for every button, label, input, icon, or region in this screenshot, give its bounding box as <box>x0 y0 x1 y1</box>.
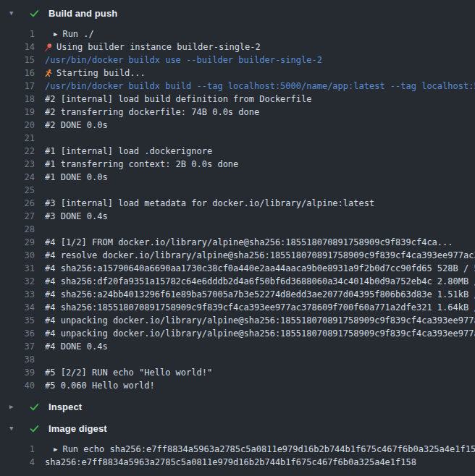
line-content: #2 DONE 0.0s <box>45 119 108 132</box>
section-header-image-digest[interactable]: ▼Image digest <box>0 417 475 439</box>
chevron-right-icon: ▶ <box>9 404 20 410</box>
line-text: /usr/bin/docker buildx use --builder bui… <box>45 54 322 67</box>
log-line: 17/usr/bin/docker buildx build --tag loc… <box>0 80 475 93</box>
line-text: #3 DONE 0.4s <box>45 210 108 223</box>
line-text: #4 sha256:a24bb4013296f61e89ba57005a7b3e… <box>45 288 475 301</box>
line-number[interactable]: 23 <box>0 158 35 171</box>
line-content: #1 [internal] load .dockerignore <box>45 145 212 158</box>
line-content: /usr/bin/docker buildx use --builder bui… <box>45 54 322 67</box>
line-number[interactable]: 16 <box>0 67 35 80</box>
log-line: 28 <box>0 223 475 236</box>
line-number[interactable]: 1 <box>0 443 35 456</box>
section-header-build-and-push[interactable]: ▼Build and push <box>0 2 475 24</box>
expand-command-icon[interactable]: ▶ <box>54 443 57 456</box>
line-text: #4 unpacking docker.io/library/alpine@sh… <box>45 327 475 340</box>
log-line: 30#4 resolve docker.io/library/alpine@sh… <box>0 249 475 262</box>
line-number[interactable]: 33 <box>0 288 35 301</box>
line-number[interactable]: 34 <box>0 301 35 314</box>
line-text: #4 unpacking docker.io/library/alpine@sh… <box>45 314 475 327</box>
line-content: /usr/bin/docker buildx build --tag local… <box>45 80 475 93</box>
line-number[interactable]: 35 <box>0 314 35 327</box>
line-number[interactable]: 27 <box>0 210 35 223</box>
line-number[interactable]: 39 <box>0 366 35 379</box>
line-number[interactable]: 19 <box>0 106 35 119</box>
line-text: Using builder instance builder-single-2 <box>56 41 261 54</box>
line-number[interactable]: 21 <box>0 132 35 145</box>
log-line: 1▶Run ./ <box>0 27 475 41</box>
section-header-inspect[interactable]: ▶Inspect <box>0 396 475 417</box>
line-text: /usr/bin/docker buildx build --tag local… <box>45 80 475 93</box>
line-content: #5 0.060 Hello world! <box>45 379 155 392</box>
line-number[interactable]: 22 <box>0 145 35 158</box>
line-number[interactable]: 14 <box>0 41 35 54</box>
workflow-log-viewer: ▼Build and push1▶Run ./14Using builder i… <box>0 2 475 472</box>
log-line: 36#4 unpacking docker.io/library/alpine@… <box>0 327 475 340</box>
line-content: #2 [internal] load build definition from… <box>45 93 311 106</box>
line-text: #2 [internal] load build definition from… <box>45 93 311 106</box>
line-number[interactable]: 30 <box>0 249 35 262</box>
line-number[interactable]: 36 <box>0 327 35 340</box>
line-text: #4 sha256:185518070891758909c9f839cf4ca3… <box>45 301 475 314</box>
line-content: #4 unpacking docker.io/library/alpine@sh… <box>45 314 475 327</box>
line-text: #1 transferring context: 2B 0.0s done <box>45 158 238 171</box>
line-number[interactable]: 31 <box>0 262 35 275</box>
line-number[interactable]: 32 <box>0 275 35 288</box>
log-line: 21 <box>0 132 475 145</box>
line-number[interactable]: 20 <box>0 119 35 132</box>
log-line: 26#3 [internal] load metadata for docker… <box>0 197 475 210</box>
log-line: 23#1 transferring context: 2B 0.0s done <box>0 158 475 171</box>
line-content: #4 sha256:df20fa9351a15782c64e6dddb2d4a6… <box>45 275 475 288</box>
line-text: #4 DONE 0.4s <box>45 340 108 353</box>
line-number[interactable]: 24 <box>0 171 35 184</box>
line-content: Using builder instance builder-single-2 <box>45 41 261 54</box>
log-line: 29#4 [1/2] FROM docker.io/library/alpine… <box>0 236 475 249</box>
line-content: #3 DONE 0.4s <box>45 210 108 223</box>
line-text: #4 sha256:a15790640a6690aa1730c38cf0a440… <box>45 262 475 275</box>
log-line: 25 <box>0 184 475 197</box>
log-line: 16Starting build... <box>0 67 475 80</box>
check-icon <box>29 401 40 412</box>
log-line: 35#4 unpacking docker.io/library/alpine@… <box>0 314 475 327</box>
log-line: 4sha256:e7ff8834a5963a2785c5a0811e979d16… <box>0 456 475 469</box>
runner-icon <box>45 69 53 78</box>
chevron-down-icon: ▼ <box>9 10 20 17</box>
log-line: 32#4 sha256:df20fa9351a15782c64e6dddb2d4… <box>0 275 475 288</box>
check-icon <box>29 423 40 434</box>
line-number[interactable]: 40 <box>0 379 35 392</box>
log-line: 39#5 [2/2] RUN echo "Hello world!" <box>0 366 475 379</box>
log-line: 22#1 [internal] load .dockerignore <box>0 145 475 158</box>
section-title: Inspect <box>49 401 82 412</box>
line-text: #4 sha256:df20fa9351a15782c64e6dddb2d4a6… <box>45 275 475 288</box>
log-line: 15/usr/bin/docker buildx use --builder b… <box>0 54 475 67</box>
line-content: ▶Run echo sha256:e7ff8834a5963a2785c5a08… <box>45 443 475 456</box>
line-content: #2 transferring dockerfile: 74B 0.0s don… <box>45 106 259 119</box>
line-text: #3 [internal] load metadata for docker.i… <box>45 197 374 210</box>
line-number[interactable]: 17 <box>0 80 35 93</box>
line-number[interactable]: 28 <box>0 223 35 236</box>
line-content: #3 [internal] load metadata for docker.i… <box>45 197 374 210</box>
line-number[interactable]: 38 <box>0 353 35 366</box>
line-text: Run echo sha256:e7ff8834a5963a2785c5a081… <box>62 443 475 456</box>
line-content: #4 resolve docker.io/library/alpine@sha2… <box>45 249 475 262</box>
line-text: #1 DONE 0.0s <box>45 171 108 184</box>
line-number[interactable]: 18 <box>0 93 35 106</box>
log-line: 34#4 sha256:185518070891758909c9f839cf4c… <box>0 301 475 314</box>
line-number[interactable]: 26 <box>0 197 35 210</box>
line-content: #4 sha256:a24bb4013296f61e89ba57005a7b3e… <box>45 288 475 301</box>
section-title: Image digest <box>49 423 107 434</box>
line-number[interactable]: 37 <box>0 340 35 353</box>
expand-command-icon[interactable]: ▶ <box>54 27 57 41</box>
line-number[interactable]: 4 <box>0 456 35 469</box>
line-text: sha256:e7ff8834a5963a2785c5a0811e979d16b… <box>45 456 416 469</box>
line-text: #2 transferring dockerfile: 74B 0.0s don… <box>45 106 259 119</box>
line-number[interactable]: 25 <box>0 184 35 197</box>
line-content: #4 DONE 0.4s <box>45 340 108 353</box>
log-line: 20#2 DONE 0.0s <box>0 119 475 132</box>
line-text: #4 resolve docker.io/library/alpine@sha2… <box>45 249 475 262</box>
line-number[interactable]: 15 <box>0 54 35 67</box>
line-content: #4 [1/2] FROM docker.io/library/alpine@s… <box>45 236 453 249</box>
line-number[interactable]: 29 <box>0 236 35 249</box>
line-content: Starting build... <box>45 67 146 80</box>
line-content: #4 sha256:185518070891758909c9f839cf4ca3… <box>45 301 475 314</box>
line-number[interactable]: 1 <box>0 27 35 41</box>
